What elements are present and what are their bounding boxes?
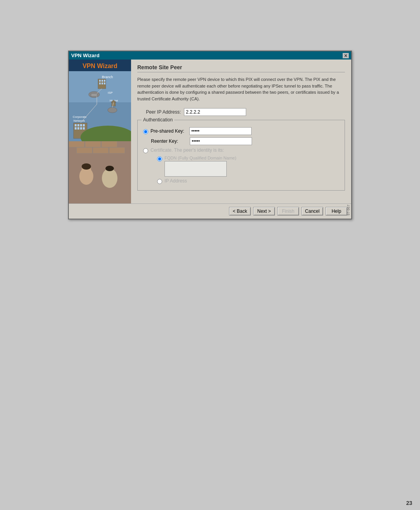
fqdn-radio[interactable] — [157, 156, 162, 161]
peer-ip-row: Peer IP Address: — [137, 108, 345, 116]
svg-rect-30 — [83, 127, 85, 130]
network-diagram-svg: Branch ISP — [69, 71, 131, 141]
svg-rect-38 — [93, 147, 108, 153]
svg-rect-8 — [102, 82, 103, 84]
svg-rect-9 — [104, 82, 105, 84]
peer-ip-input[interactable] — [184, 108, 246, 116]
close-button[interactable]: × — [343, 53, 349, 58]
svg-point-45 — [105, 166, 114, 171]
svg-rect-37 — [77, 147, 92, 153]
svg-point-18 — [108, 107, 117, 113]
preshared-key-label: Pre-shared Key: — [150, 128, 189, 134]
reenter-key-input[interactable] — [190, 137, 252, 145]
svg-rect-34 — [69, 141, 84, 147]
svg-rect-27 — [75, 127, 77, 130]
svg-rect-39 — [109, 147, 125, 153]
svg-text:Branch: Branch — [102, 75, 113, 79]
certificate-row: Certificate. The peer's identity is its: — [143, 147, 339, 153]
help-button[interactable]: Help — [326, 207, 347, 216]
svg-point-46 — [104, 174, 110, 177]
svg-rect-26 — [83, 124, 85, 126]
svg-rect-5 — [102, 80, 103, 82]
fqdn-section: FQDN (Fully Qualified Domain Name) IP Ad… — [157, 156, 339, 184]
svg-rect-24 — [77, 124, 79, 126]
auth-group-legend: Authentication — [142, 117, 174, 123]
vpn-wizard-dialog: VPN Wizard × VPN Wizard Branch — [68, 51, 352, 219]
svg-rect-28 — [77, 127, 79, 130]
section-title: Remote Site Peer — [137, 64, 345, 72]
svg-rect-35 — [85, 141, 101, 147]
fqdn-input[interactable] — [164, 161, 227, 177]
ip-address-radio-row: IP Address — [157, 178, 339, 184]
description-text: Please specify the remote peer VPN devic… — [137, 76, 345, 102]
title-bar: VPN Wizard × — [69, 51, 351, 60]
certificate-radio[interactable] — [143, 148, 148, 153]
sidebar-title: VPN Wizard — [69, 60, 131, 71]
next-button[interactable]: Next > — [253, 207, 275, 216]
peer-ip-label: Peer IP Address: — [137, 109, 184, 115]
sidebar: VPN Wizard Branch — [69, 60, 131, 203]
preshared-key-row: Pre-shared Key: — [143, 127, 339, 135]
svg-rect-6 — [104, 80, 105, 82]
svg-rect-25 — [80, 124, 82, 126]
fqdn-radio-row: FQDN (Fully Qualified Domain Name) — [157, 156, 339, 177]
back-button[interactable]: < Back — [229, 207, 251, 216]
finish-button[interactable]: Finish — [277, 207, 299, 216]
reenter-key-label: Reenter Key: — [151, 138, 190, 144]
preshared-key-input[interactable] — [189, 127, 252, 135]
certificate-label: Certificate. The peer's identity is its: — [150, 147, 224, 153]
ip-address-radio[interactable] — [157, 179, 162, 184]
dialog-body: VPN Wizard Branch — [69, 60, 351, 203]
authentication-group: Authentication Pre-shared Key: Reenter K… — [137, 120, 345, 191]
ip-address-label: IP Address — [164, 178, 187, 184]
fqdn-label: FQDN (Fully Qualified Domain Name) — [164, 156, 236, 160]
svg-rect-23 — [75, 124, 77, 126]
svg-rect-11 — [91, 93, 97, 96]
svg-text:ISP: ISP — [108, 91, 113, 95]
preshared-key-radio[interactable] — [143, 129, 148, 134]
window-title: VPN Wizard — [71, 53, 100, 58]
dialog-footer: < Back Next > Finish Cancel Help 97-967 — [69, 203, 351, 219]
svg-rect-7 — [99, 82, 101, 84]
sidebar-photo — [69, 141, 131, 203]
cancel-button[interactable]: Cancel — [301, 207, 323, 216]
svg-point-42 — [82, 163, 91, 170]
svg-rect-4 — [99, 80, 101, 82]
svg-rect-36 — [102, 141, 117, 147]
network-diagram: Branch ISP — [69, 71, 131, 141]
page-number: 23 — [406, 500, 412, 506]
svg-rect-29 — [80, 127, 82, 130]
watermark: 97-967 — [346, 205, 350, 216]
main-content: Remote Site Peer Please specify the remo… — [131, 60, 351, 203]
reenter-key-row: Reenter Key: — [143, 137, 339, 145]
photo-svg — [69, 141, 131, 203]
